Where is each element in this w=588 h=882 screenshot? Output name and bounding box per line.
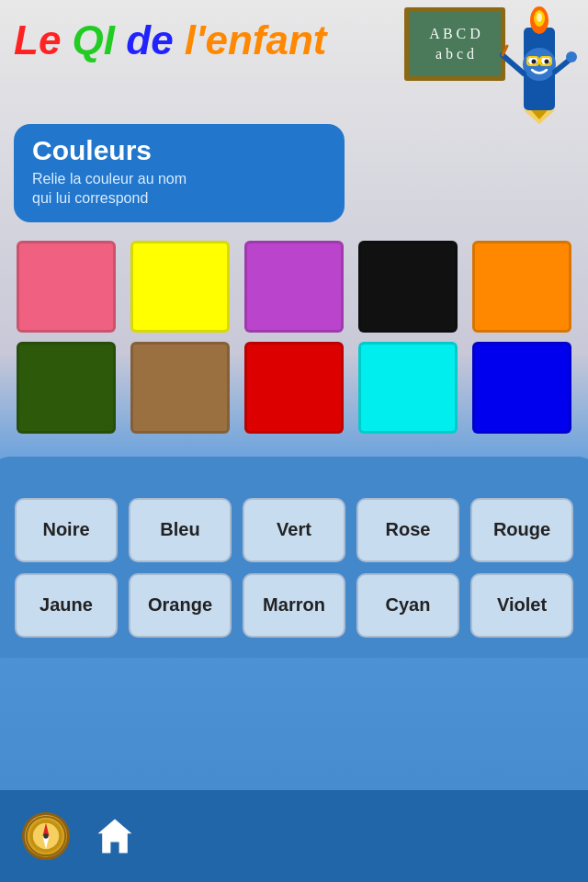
svg-point-17 [566,51,577,62]
svg-point-9 [532,60,537,64]
crayon-mascot [498,0,581,129]
bottom-nav [0,790,588,882]
info-box-description: Relie la couleur au nomqui lui correspon… [32,170,326,209]
info-box: Couleurs Relie la couleur au nomqui lui … [14,124,345,222]
label-marron[interactable]: Marron [243,573,345,638]
swatch-pink[interactable] [17,241,116,333]
swatch-dark-green[interactable] [17,342,116,434]
label-bleu[interactable]: Bleu [129,498,232,562]
swatches-row-1 [9,241,579,333]
compass-button[interactable] [18,808,74,864]
label-vert[interactable]: Vert [243,498,345,562]
blackboard: A B C D a b c d [404,7,505,81]
label-cyan[interactable]: Cyan [356,573,459,638]
swatch-purple[interactable] [244,241,344,333]
wave-separator [0,457,588,493]
title-le: Le [14,17,73,62]
title-qi: QI [73,17,115,62]
app-title: Le QI de l'enfant [14,18,327,62]
label-rouge[interactable]: Rouge [470,498,573,562]
labels-row-1: Noire Bleu Vert Rose Rouge [9,498,579,562]
labels-area: Noire Bleu Vert Rose Rouge Jaune Orange … [0,493,588,658]
swatch-blue[interactable] [472,342,571,434]
blackboard-text-line1: A B C D [429,24,481,44]
svg-point-5 [537,13,542,22]
compass-icon [22,812,70,860]
home-icon [91,812,139,860]
svg-marker-24 [98,820,132,854]
label-orange[interactable]: Orange [129,573,232,638]
header-area: Le QI de l'enfant A B C D a b c d [0,0,588,119]
title-de: de [115,17,185,62]
mascot-area: A B C D a b c d [404,0,588,129]
label-jaune[interactable]: Jaune [15,573,118,638]
swatch-black[interactable] [358,241,458,333]
swatch-red[interactable] [244,342,344,434]
swatches-row-2 [9,342,579,434]
svg-line-14 [503,55,524,74]
swatches-area [0,232,588,452]
svg-line-16 [555,60,570,72]
label-noire[interactable]: Noire [15,498,118,562]
swatch-yellow[interactable] [130,241,230,333]
swatch-brown[interactable] [130,342,230,434]
labels-row-2: Jaune Orange Marron Cyan Violet [9,573,579,638]
info-box-title: Couleurs [32,135,326,166]
blackboard-text-line2: a b c d [435,44,474,64]
title-lenfant: l'enfant [185,17,327,62]
svg-point-23 [43,833,48,838]
swatch-orange[interactable] [472,241,571,333]
label-rose[interactable]: Rose [356,498,459,562]
label-violet[interactable]: Violet [470,573,573,638]
svg-point-10 [545,60,549,64]
home-button[interactable] [87,808,142,864]
swatch-cyan[interactable] [358,342,458,434]
